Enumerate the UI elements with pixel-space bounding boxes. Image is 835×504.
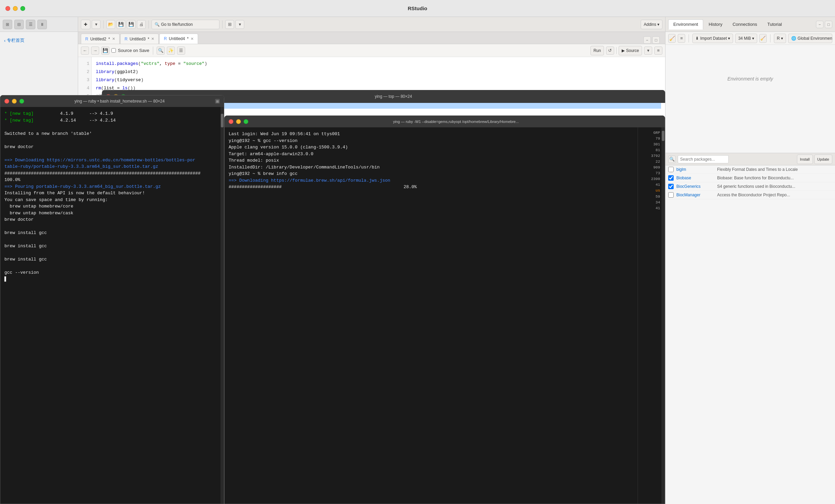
term-line-12: Installing from the API is now the defau… [4,190,218,197]
pkg-biobase: Biobase Biobase: Base functions for Bioc… [665,174,835,182]
tab-connections-label: Connections [732,22,757,27]
go-to-file-btn[interactable]: 🔍 Go to file/function [152,20,219,29]
sidebar-pause-icon[interactable]: ⏸ [37,20,47,29]
global-env-btn[interactable]: 🌐 Global Environment ▾ [788,34,832,43]
tab-tutorial[interactable]: Tutorial [763,19,787,30]
minimize-editor-btn[interactable]: − [643,36,651,44]
tab-label-2: Untitled3 [129,37,145,41]
rerun-btn[interactable]: ↺ [606,47,614,55]
pkg-biglm-checkbox[interactable] [668,167,674,172]
memory-label: 34 MiB ▾ [738,36,754,41]
right-panel-toolbar: 🧹 ≡ ⬇ Import Dataset ▾ 34 MiB ▾ 🧹 R ▾ 🌐 … [665,32,835,45]
update-btn[interactable]: Update [814,155,832,164]
tab-icon-3: R [164,36,167,41]
term2-close-btn[interactable] [229,119,233,124]
tab-connections[interactable]: Connections [728,19,762,30]
tab-untitled4[interactable]: R Untitled4 * ✕ [159,34,198,44]
tab-close-3[interactable]: ✕ [191,37,194,41]
pkg-biocmanager-name[interactable]: BiocManager [676,193,717,197]
broom-btn[interactable]: 🧹 [668,34,676,43]
tab-modified-1: * [108,37,110,41]
source-dropdown-btn[interactable]: ▾ [644,47,652,55]
terminal-1-body[interactable]: * [new tag] 4.1.9 --> 4.1.9 * [new tag] … [0,107,224,504]
tab-history[interactable]: History [704,19,727,30]
save-all-icon[interactable]: 💾 [127,20,136,29]
compile-icon[interactable]: ⊞ [225,20,234,29]
term-line-9: table-ruby/portable-ruby-3.3.3.arm64_big… [4,163,218,170]
import-dataset-btn[interactable]: ⬇ Import Dataset ▾ [692,34,733,43]
maximize-right-btn[interactable]: □ [825,21,832,28]
tab-modified-3: * [187,36,189,41]
run-btn[interactable]: Run [590,46,604,55]
term-line-10: ########################################… [4,170,218,183]
num-3792: 3792 [639,153,660,159]
line-num-4: 4 [78,84,89,92]
term1-scroll-btn[interactable]: ⊞ [215,99,220,104]
packages-search-btn[interactable]: 🔍 [668,156,676,163]
toolbar-separator-2 [148,20,149,29]
open-file-icon[interactable]: 📂 [106,20,115,29]
save-file-icon[interactable]: 💾 [117,20,125,29]
tab-untitled3[interactable]: R Untitled3 * ✕ [120,34,159,44]
tab-close-2[interactable]: ✕ [151,37,154,41]
wand-btn[interactable]: ✨ [167,47,175,55]
compile-dropdown[interactable]: ▾ [235,20,244,29]
line-num-2: 2 [78,68,89,76]
sidebar-grid-icon[interactable]: ⊞ [3,20,12,29]
r-dropdown-label: R ▾ [777,36,783,41]
term-line-4: Switched to a new branch 'stable' [4,130,218,137]
term2-scrollbar[interactable] [661,127,665,504]
term2-scrollthumb [662,131,664,141]
maximize-editor-btn[interactable]: □ [652,36,660,44]
install-btn[interactable]: Install [797,155,813,164]
term2-min-btn[interactable] [236,119,241,124]
pkg-biobase-name[interactable]: Biobase [676,176,717,180]
forward-btn[interactable]: → [91,47,99,55]
new-file-button[interactable]: ✚ [81,20,90,29]
search-editor-btn[interactable]: 🔍 [157,47,165,55]
pkg-biglm-name[interactable]: biglm [676,167,717,172]
open-dropdown-icon[interactable]: ▾ [92,20,101,29]
term1-max-btn[interactable] [19,99,24,104]
packages-search-input[interactable] [678,155,729,163]
r-dropdown-btn[interactable]: R ▾ [774,34,786,43]
sidebar-columns-icon[interactable]: ☰ [26,20,35,29]
list-view-btn[interactable]: ≡ [678,34,685,43]
sidebar-split-icon[interactable]: ⊟ [14,20,24,29]
pkg-biocgenerics-checkbox[interactable] [668,184,674,189]
tab-close-1[interactable]: ✕ [112,37,115,41]
print-icon[interactable]: 🖨 [137,20,146,29]
sidebar-back-label: 专栏首页 [7,37,24,43]
term2-max-btn[interactable] [244,119,248,124]
code-line-1: install.packages("vctrs", type = "source… [96,60,661,68]
tab-untitled2[interactable]: R Untitled2 * ✕ [81,34,120,44]
tab-environment[interactable]: Environment [668,19,703,30]
addins-button[interactable]: Addins ▾ [641,20,662,29]
pkg-biobase-checkbox[interactable] [668,175,674,181]
memory-btn[interactable]: 34 MiB ▾ [735,34,757,43]
term1-scrollbar[interactable] [220,107,224,504]
term-line-2: * [new tag] 4.2.14 --> 4.2.14 [4,117,218,124]
num-909: 909 [639,165,660,170]
maximize-button[interactable] [20,6,25,11]
term-line-1: * [new tag] 4.1.9 --> 4.1.9 [4,110,218,117]
num-301: 301 [639,142,660,147]
minimize-right-btn[interactable]: − [816,21,823,28]
code-structure-btn[interactable]: ☰ [177,47,185,55]
term-line-17 [4,223,218,230]
source-btn[interactable]: ▶ Source [619,46,642,55]
env-icon: 🌐 [791,36,796,41]
editor-save-btn[interactable]: 💾 [101,47,109,55]
back-btn[interactable]: ← [81,47,89,55]
close-button[interactable] [5,6,10,11]
minimize-button[interactable] [13,6,18,11]
pkg-biocgenerics-name[interactable]: BiocGenerics [676,184,717,189]
term1-min-btn[interactable] [12,99,17,104]
list-btn[interactable]: ≡ [654,47,662,55]
source-on-save-checkbox[interactable] [111,48,116,53]
term1-close-btn[interactable] [4,99,9,104]
broom2-btn[interactable]: 🧹 [759,34,767,43]
pkg-biocmanager-checkbox[interactable] [668,192,674,198]
sidebar-back-nav[interactable]: ‹ 专栏首页 [0,35,78,46]
terminal-2-body[interactable]: Last login: Wed Jun 19 09:56:41 on ttys0… [225,127,665,504]
